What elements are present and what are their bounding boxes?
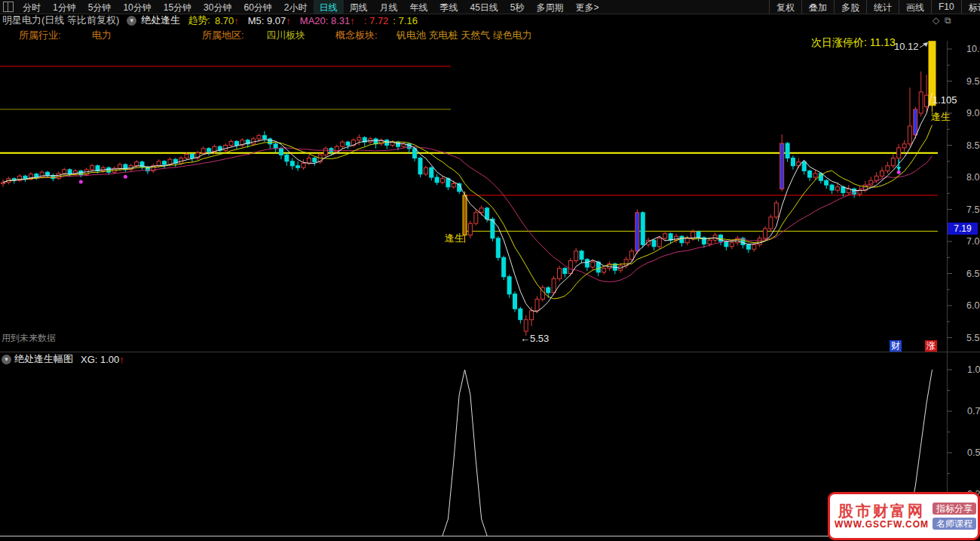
- industry-value[interactable]: 电力: [92, 29, 112, 42]
- watermark-site: 股市财富网 WWW.GSCFW.COM: [835, 503, 929, 530]
- last-high-label: 10.12: [894, 41, 919, 52]
- watermark-badge-indicator-share: 指标分享: [933, 503, 976, 515]
- tool-button-6[interactable]: 标记: [961, 0, 980, 14]
- watermark-site-url: WWW.GSCFW.COM: [835, 519, 929, 530]
- svg-text:10.0: 10.0: [966, 44, 980, 54]
- watermark: 股市财富网 WWW.GSCFW.COM 指标分享 名师课程: [828, 492, 980, 540]
- svg-text:6.5: 6.5: [966, 269, 979, 279]
- region-value[interactable]: 四川板块: [266, 29, 305, 42]
- xg-value: XG: 1.00: [81, 354, 119, 365]
- price-axis: 10.09.59.08.58.07.57.06.56.05.5: [0, 41, 980, 539]
- finance-badge[interactable]: 财: [890, 340, 902, 352]
- diamond-icon[interactable]: ◇: [933, 15, 939, 26]
- signal-label-right: 逢生: [931, 110, 951, 124]
- svg-text:8.5: 8.5: [966, 140, 979, 151]
- indicator-dropdown-icon[interactable]: ▾: [127, 16, 136, 26]
- watermark-site-name: 股市财富网: [838, 503, 925, 519]
- period-tab-13[interactable]: 45日线: [464, 0, 504, 14]
- concept-label: 概念板块:: [335, 29, 378, 42]
- svg-text:8.0: 8.0: [966, 172, 979, 183]
- chart-title-bar: 明星电力(日线 等比前复权) ▾ 绝处逢生 趋势: 8.70 ↑ M5: 9.0…: [0, 14, 980, 27]
- period-tab-12[interactable]: 季线: [434, 0, 464, 14]
- tool-buttons: 复权叠加多股统计画线F10标记+自选返回: [769, 0, 980, 14]
- period-tab-11[interactable]: 年线: [404, 0, 434, 14]
- period-tab-1[interactable]: 1分钟: [47, 0, 82, 14]
- stock-info-bar: 所属行业: 电力 所属地区: 四川板块 概念板块: 钒电池 充电桩 天然气 绿色…: [0, 27, 980, 41]
- period-tab-8[interactable]: 日线: [314, 0, 344, 14]
- svg-text:5.5: 5.5: [966, 333, 979, 343]
- xg-up-arrow: ↑: [119, 354, 124, 365]
- app-window: 10.09.59.08.58.07.57.06.56.05.51.000.750…: [0, 0, 980, 541]
- level-lines: [0, 66, 938, 232]
- watermark-badges: 指标分享 名师课程: [933, 503, 976, 530]
- ma-lines: [3, 93, 933, 312]
- period-tab-0[interactable]: 分时: [17, 0, 47, 14]
- candles: [2, 41, 936, 336]
- svg-text:0.50: 0.50: [967, 447, 980, 458]
- ma20-value: MA20: 8.31: [300, 15, 351, 26]
- period-tab-9[interactable]: 周线: [344, 0, 374, 14]
- sub-indicator-name[interactable]: 绝处逢生幅图: [14, 352, 73, 366]
- window-restore-icon[interactable]: ⧉: [945, 15, 951, 26]
- period-tab-5[interactable]: 30分钟: [198, 0, 237, 14]
- charts-canvas[interactable]: 10.09.59.08.58.07.57.06.56.05.51.000.750…: [0, 0, 980, 541]
- current-price-marker: 7.19: [948, 223, 978, 235]
- period-tab-7[interactable]: 2小时: [278, 0, 314, 14]
- period-tab-15[interactable]: 多周期: [531, 0, 570, 14]
- period-tab-14[interactable]: 5秒: [504, 0, 531, 14]
- period-tab-10[interactable]: 月线: [374, 0, 404, 14]
- svg-text:6.0: 6.0: [966, 300, 979, 311]
- period-toolbar: 分时1分钟5分钟10分钟15分钟30分钟60分钟2小时日线周线月线年线季线45日…: [0, 0, 980, 14]
- svg-text:9.5: 9.5: [966, 76, 979, 87]
- layout-icon[interactable]: [3, 2, 14, 12]
- sub-indicator-dropdown-icon[interactable]: ▾: [2, 355, 11, 364]
- tool-button-4[interactable]: 画线: [899, 0, 931, 14]
- period-tab-3[interactable]: 10分钟: [117, 0, 157, 14]
- tool-button-1[interactable]: 叠加: [801, 0, 834, 14]
- instrument-title: 明星电力(日线 等比前复权): [2, 14, 119, 27]
- tool-button-2[interactable]: 多股: [834, 0, 866, 14]
- low-price-label: ←5.53: [520, 333, 549, 344]
- svg-text:9.0: 9.0: [966, 108, 979, 118]
- period-tab-6[interactable]: 60分钟: [237, 0, 277, 14]
- trend-label: 趋势:: [188, 14, 210, 27]
- m5-up-arrow: ↑: [286, 15, 291, 26]
- period-tab-2[interactable]: 5分钟: [82, 0, 118, 14]
- industry-label: 所属行业:: [19, 29, 61, 42]
- rise-badge[interactable]: 涨: [925, 340, 937, 352]
- watermark-badge-teacher-course: 名师课程: [933, 518, 976, 530]
- tool-button-5[interactable]: F10: [931, 0, 961, 14]
- period-tab-4[interactable]: 15分钟: [158, 0, 198, 14]
- svg-text:1.00: 1.00: [967, 364, 980, 375]
- tool-button-0[interactable]: 复权: [769, 0, 801, 14]
- period-tab-16[interactable]: 更多>: [570, 0, 605, 14]
- region-label: 所属地区:: [202, 29, 244, 42]
- sub-panel-header: ▾ 绝处逢生幅图 XG: 1.00 ↑: [0, 353, 124, 365]
- svg-text:7.5: 7.5: [966, 204, 979, 215]
- period-tabs: 分时1分钟5分钟10分钟15分钟30分钟60分钟2小时日线周线月线年线季线45日…: [17, 0, 763, 14]
- level-red-value: : 7.72: [364, 15, 389, 26]
- m5-value: M5: 9.07: [248, 15, 286, 26]
- indicator-name[interactable]: 绝处逢生: [141, 14, 180, 27]
- last-price-tag: 1.105: [933, 94, 957, 106]
- future-data-note: 用到未来数据: [2, 332, 56, 345]
- ma20-up-arrow: ↑: [350, 15, 355, 26]
- level-yellow-value: : 7.16: [393, 15, 418, 26]
- trend-up-arrow: ↑: [234, 15, 239, 26]
- signal-label-mid: 逢生: [445, 232, 464, 245]
- concept-value[interactable]: 钒电池 充电桩 天然气 绿色电力: [397, 29, 532, 42]
- svg-text:0.75: 0.75: [967, 406, 980, 417]
- tool-button-3[interactable]: 统计: [866, 0, 899, 14]
- trend-value: 8.70: [215, 15, 234, 26]
- svg-text:7.0: 7.0: [966, 236, 979, 247]
